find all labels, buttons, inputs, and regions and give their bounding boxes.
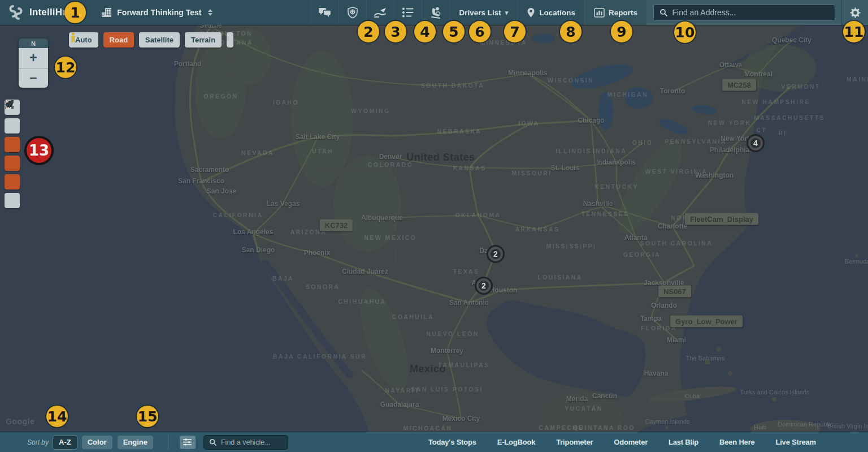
map-type-switcher: AutoRoadSatelliteTerrain xyxy=(69,32,233,48)
dispatch-icon xyxy=(374,7,387,18)
vehicle-label[interactable]: FleetCam_Display xyxy=(685,213,758,225)
labels-toggle-button[interactable] xyxy=(5,156,20,171)
vehicle-data-links: Today's StopsE-LogBookTripometerOdometer… xyxy=(428,432,816,452)
top-tool-buttons xyxy=(311,0,449,25)
map-type-satellite[interactable]: Satellite xyxy=(139,32,180,48)
map-canvas[interactable]: United StatesMexicoWASHINGTONMONTANAMINN… xyxy=(0,0,868,452)
registered-mark: ® xyxy=(74,7,78,12)
pegman-button[interactable] xyxy=(227,32,233,48)
vehicle-label[interactable]: NS067 xyxy=(658,286,691,298)
search-icon xyxy=(209,438,217,446)
app-root: United StatesMexicoWASHINGTONMONTANAMINN… xyxy=(0,0,868,452)
sliders-icon xyxy=(183,438,192,446)
company-name: Forward Thinking Test xyxy=(117,8,201,17)
safety-button[interactable] xyxy=(338,0,366,25)
map-type-terrain[interactable]: Terrain xyxy=(185,32,222,48)
cluster-marker[interactable]: 4 xyxy=(748,136,763,150)
driver-status-button[interactable] xyxy=(422,0,449,25)
sort-a-z[interactable]: A-Z xyxy=(53,436,77,449)
bottom-link[interactable]: Today's Stops xyxy=(428,438,476,446)
shield-icon xyxy=(347,6,358,19)
map-zoom-control: N + − xyxy=(19,38,48,88)
vehicle-label[interactable]: Gyro_Low_Power xyxy=(670,316,743,328)
bar-chart-icon xyxy=(594,8,605,18)
sort-engine[interactable]: Engine xyxy=(118,436,153,449)
traffic-toggle-button[interactable] xyxy=(5,137,20,152)
bottom-bar: Sort by A-ZColorEngine Today's StopsE-Lo… xyxy=(0,432,868,452)
top-bar: IntelliHub® Forward Thinking Test xyxy=(0,0,868,25)
app-name: IntelliHub® xyxy=(29,7,78,18)
vehicle-label[interactable]: KC732 xyxy=(320,219,353,231)
brand: IntelliHub® xyxy=(0,0,78,25)
vehicle-search-input[interactable] xyxy=(221,438,283,446)
search-icon xyxy=(659,8,668,17)
location-pin-icon xyxy=(527,7,535,18)
bottom-link[interactable]: E-LogBook xyxy=(497,438,536,446)
locations-button[interactable]: Locations xyxy=(517,0,584,25)
google-watermark: Google xyxy=(6,417,34,426)
route-list-icon xyxy=(401,7,415,18)
cluster-marker[interactable]: 2 xyxy=(488,247,503,261)
map-type-buttons-slot: AutoRoadSatelliteTerrain xyxy=(69,32,222,48)
reports-button[interactable]: Reports xyxy=(584,0,646,25)
zoom-in-button[interactable]: + xyxy=(19,48,48,68)
map-type-road[interactable]: Road xyxy=(103,32,134,48)
sort-buttons: A-ZColorEngine xyxy=(53,436,153,449)
bottom-link[interactable]: Last Blip xyxy=(669,438,698,446)
vehicle-search-box xyxy=(203,435,288,450)
compass-north: N xyxy=(19,38,48,48)
company-sort-arrows-icon xyxy=(208,9,212,16)
map-tool-column xyxy=(5,100,20,208)
messages-button[interactable] xyxy=(311,0,338,25)
sort-by-label: Sort by xyxy=(27,438,49,446)
cluster-toggle-button[interactable] xyxy=(5,174,20,190)
dispatch-button[interactable] xyxy=(366,0,394,25)
bottom-link[interactable]: Been Here xyxy=(719,438,755,446)
locate-button[interactable] xyxy=(5,118,20,134)
drivers-list-dropdown[interactable]: Drivers List ▾ xyxy=(449,0,517,25)
settings-button[interactable] xyxy=(841,0,868,25)
weather-toggle-button[interactable] xyxy=(5,193,20,208)
cloud-icon xyxy=(5,100,15,107)
chevron-down-icon: ▾ xyxy=(505,9,509,16)
bottom-bar-divider xyxy=(168,435,168,450)
address-search-box xyxy=(653,5,835,21)
gear-icon xyxy=(849,6,862,19)
brand-knot-icon xyxy=(7,4,24,21)
pegman-icon xyxy=(69,32,77,43)
company-selector[interactable]: Forward Thinking Test xyxy=(101,0,212,25)
map-artwork xyxy=(0,0,868,452)
bottom-link[interactable]: Live Stream xyxy=(775,438,816,446)
sort-color[interactable]: Color xyxy=(82,436,112,449)
driver-icon xyxy=(429,6,442,19)
zoom-out-button[interactable]: − xyxy=(19,68,48,88)
bottom-link[interactable]: Tripometer xyxy=(556,438,593,446)
address-search-section xyxy=(646,0,841,25)
vehicle-filter-button[interactable] xyxy=(180,436,196,449)
address-search-input[interactable] xyxy=(672,8,829,17)
chat-icon xyxy=(318,7,332,18)
routes-button[interactable] xyxy=(394,0,422,25)
building-icon xyxy=(101,7,112,18)
cluster-marker[interactable]: 2 xyxy=(476,278,491,293)
vehicle-label[interactable]: MC258 xyxy=(722,79,756,91)
bottom-link[interactable]: Odometer xyxy=(614,438,648,446)
